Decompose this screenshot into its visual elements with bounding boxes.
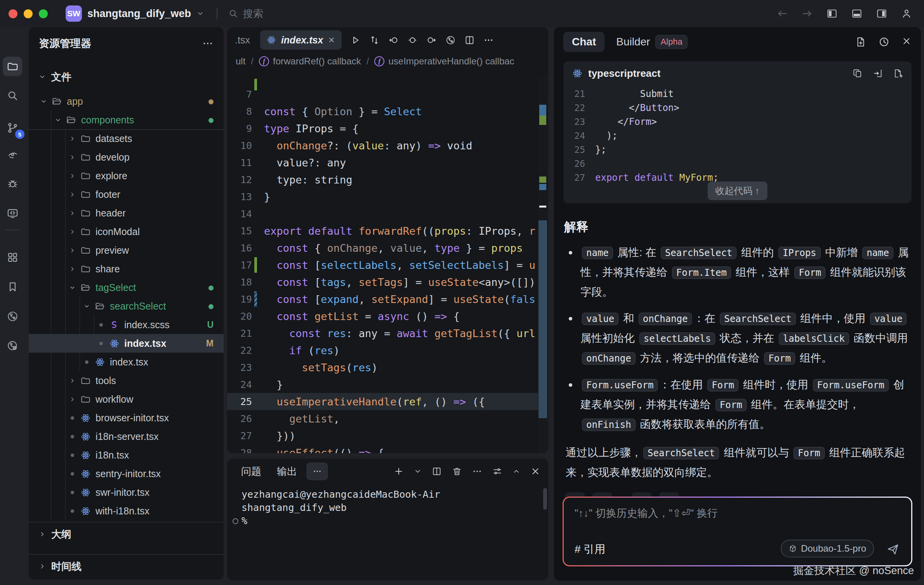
tree-file-sentry-initor.tsx[interactable]: sentry-initor.tsx [29, 464, 224, 483]
tab-builder[interactable]: Builder [616, 36, 650, 48]
close-window-button[interactable] [9, 9, 17, 18]
global-search[interactable]: 搜索 [228, 7, 263, 21]
tree-folder-searchSelect[interactable]: searchSelect [29, 297, 224, 315]
tree-file-i18n.tsx[interactable]: i18n.tsx [29, 446, 224, 464]
tree-file-swr-initor.tsx[interactable]: swr-initor.tsx [29, 483, 224, 502]
tree-folder-components[interactable]: components [29, 111, 224, 129]
files-section-header[interactable]: 文件 [29, 68, 224, 86]
outline-section-header[interactable]: 大纲 [29, 525, 224, 543]
maximize-window-button[interactable] [39, 9, 48, 18]
send-button[interactable] [886, 543, 900, 556]
code-line-20: 20 const getList = async () => { [227, 308, 548, 325]
collapse-code-button[interactable]: 收起代码 ↑ [707, 182, 768, 200]
activity-item-debug[interactable] [3, 174, 22, 193]
tab-output[interactable]: 输出 [271, 465, 303, 478]
kill-terminal-button[interactable] [452, 466, 462, 476]
new-chat-button[interactable] [855, 36, 867, 48]
tree-folder-tools[interactable]: tools [29, 371, 224, 390]
create-file-button[interactable] [893, 68, 903, 78]
compare-changes-button[interactable] [369, 35, 380, 45]
tree-folder-tagSelect[interactable]: tagSelect [29, 278, 224, 297]
tree-folder-explore[interactable]: explore [29, 166, 224, 185]
terminal-settings-button[interactable] [492, 466, 502, 476]
chevron-right-icon [69, 228, 76, 235]
run-button[interactable] [350, 35, 361, 45]
close-panel-icon[interactable] [530, 466, 540, 476]
model-selector[interactable]: Doubao-1.5-pro [781, 540, 874, 557]
code-line-26: 26 [563, 157, 912, 171]
editor-more-button[interactable] [483, 35, 494, 45]
tree-folder-develop[interactable]: develop [29, 148, 224, 166]
close-chat-icon[interactable] [901, 36, 912, 46]
tree-file-index.tsx[interactable]: index.tsxM [29, 334, 224, 353]
tree-folder-app[interactable]: app [29, 92, 224, 111]
tree-folder-datasets[interactable]: datasets [29, 129, 224, 148]
circle-branch-icon [7, 310, 19, 322]
account-icon[interactable] [901, 8, 912, 19]
code-area[interactable]: 78const { Option } = Select9type IProps … [227, 86, 548, 453]
activity-item-source-control[interactable]: 5 [3, 118, 22, 137]
reference-button[interactable]: # 引用 [575, 542, 605, 557]
nav-forward-circle-button[interactable] [426, 35, 437, 45]
tab-chat[interactable]: Chat [563, 32, 604, 52]
nav-back-circle-button[interactable] [388, 35, 399, 45]
tree-folder-workflow[interactable]: workflow [29, 390, 224, 408]
activity-item-explorer[interactable] [3, 57, 22, 76]
activity-item-project-graph[interactable] [3, 306, 22, 326]
insert-code-button[interactable] [873, 68, 883, 78]
split-editor-button[interactable] [464, 35, 475, 45]
minimize-window-button[interactable] [24, 9, 33, 18]
activity-item-remote-preview[interactable] [3, 144, 22, 164]
breadcrumb-item[interactable]: useImperativeHandle() callbac [388, 56, 514, 67]
partial-tab[interactable]: .tsx [235, 35, 250, 46]
activity-item-project-graph-settings[interactable] [3, 336, 22, 355]
tab-problems[interactable]: 问题 [235, 465, 267, 478]
overview-ruler[interactable] [538, 78, 548, 453]
gutter [252, 154, 264, 171]
activity-item-extensions[interactable] [3, 248, 22, 267]
tree-folder-header[interactable]: header [29, 204, 224, 222]
tree-file-i18n-server.tsx[interactable]: i18n-server.tsx [29, 427, 224, 446]
text: 组件时，使用 [740, 379, 811, 391]
copy-code-button[interactable] [853, 68, 863, 78]
activity-item-search[interactable] [3, 86, 22, 105]
panel-tabs-more-button[interactable] [306, 462, 328, 480]
tree-file-index.scss[interactable]: index.scssU [29, 315, 224, 334]
text: 属性初始化 [580, 332, 638, 344]
terminal-scrollbar[interactable] [543, 488, 547, 510]
tree-folder-share[interactable]: share [29, 260, 224, 278]
activity-item-bookmarks[interactable] [3, 277, 22, 296]
tree-folder-footer[interactable]: footer [29, 185, 224, 204]
branch-circle-button[interactable] [445, 35, 456, 45]
chat-input[interactable]: "↑↓" 切换历史输入，"⇧⏎" 换行 # 引用 Doubao-1.5-pro [564, 498, 911, 565]
timeline-section-header[interactable]: 时间线 [29, 557, 224, 576]
nav-forward-button[interactable] [801, 8, 813, 19]
breadcrumb-item[interactable]: ult [236, 56, 245, 67]
terminal-more-button[interactable] [472, 466, 482, 476]
explorer-more-button[interactable] [202, 38, 214, 49]
breadcrumb[interactable]: ult/fforwardRef() callback/fuseImperativ… [227, 53, 548, 70]
split-terminal-button[interactable] [432, 466, 442, 476]
nav-circle-button[interactable] [407, 35, 418, 45]
chat-history-button[interactable] [878, 36, 890, 48]
nav-back-button[interactable] [776, 8, 788, 19]
tree-file-index.tsx[interactable]: index.tsx [29, 353, 224, 371]
maximize-panel-icon[interactable] [512, 467, 520, 475]
toggle-left-panel-button[interactable] [826, 8, 838, 19]
activity-item-terminal[interactable] [3, 203, 22, 223]
close-tab-icon[interactable] [328, 36, 335, 44]
new-terminal-button[interactable] [394, 466, 404, 476]
tab-index-tsx[interactable]: index.tsx [260, 30, 342, 50]
tree-folder-iconModal[interactable]: iconModal [29, 222, 224, 241]
tree-folder-preview[interactable]: preview [29, 241, 224, 260]
toggle-right-panel-button[interactable] [876, 8, 888, 19]
gutter [252, 205, 264, 222]
tree-file-browser-initor.tsx[interactable]: browser-initor.tsx [29, 408, 224, 427]
project-switcher[interactable]: SW shangtang_dify_web [66, 5, 204, 22]
breadcrumb-item[interactable]: forwardRef() callback [273, 56, 361, 67]
tree-file-with-i18n.tsx[interactable]: with-i18n.tsx [29, 502, 224, 520]
toggle-bottom-panel-button[interactable] [851, 8, 863, 19]
scrollbar-thumb[interactable] [538, 220, 547, 418]
terminal-dropdown-icon[interactable] [414, 467, 422, 475]
terminal-output[interactable]: yezhangcai@yezhangcaideMacBook-Air shang… [227, 484, 548, 528]
